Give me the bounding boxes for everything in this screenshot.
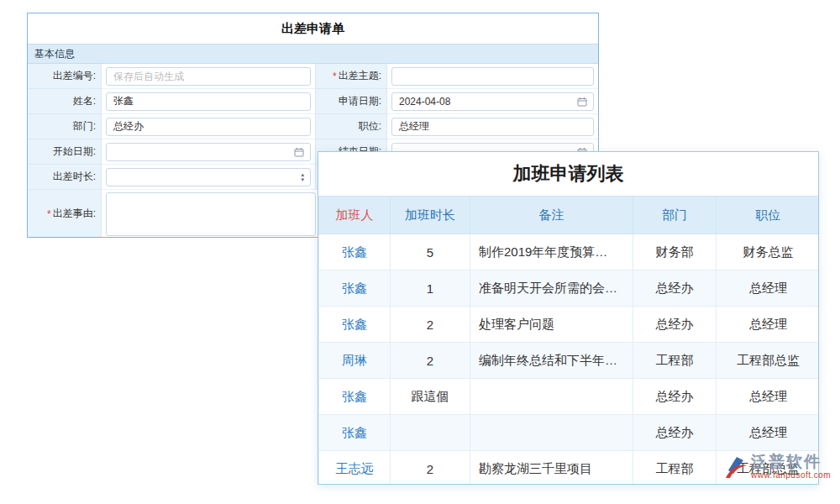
note-cell: 制作2019年年度预算… bbox=[470, 234, 633, 270]
name-label: 姓名: bbox=[28, 89, 102, 114]
vendor-watermark: 泛普软件 www.fanpusoft.com bbox=[724, 454, 831, 480]
department-cell: 工程部 bbox=[633, 343, 717, 379]
start-date-label-text: 开始日期: bbox=[53, 144, 96, 159]
column-header-department[interactable]: 部门 bbox=[633, 197, 717, 234]
form-row: 出差编号: * 出差主题: bbox=[28, 64, 598, 89]
dept-cell bbox=[102, 114, 316, 139]
table-row: 张鑫 5 制作2019年年度预算… 财务部 财务总监 bbox=[319, 234, 820, 270]
table-row: 张鑫 1 准备明天开会所需的会… 总经办 总经理 bbox=[319, 270, 820, 307]
subject-input[interactable] bbox=[391, 67, 594, 86]
apply-date-label-text: 申请日期: bbox=[339, 94, 381, 108]
duration-cell bbox=[391, 415, 470, 451]
position-label-text: 职位: bbox=[359, 119, 381, 134]
duration-cell: 2 bbox=[391, 451, 470, 486]
table-row: 张鑫 总经办 总经理 bbox=[319, 415, 820, 451]
overtime-list-panel: 加班申请列表 加班人 加班时长 备注 部门 职位 张鑫 5 制作2019年年度预… bbox=[318, 151, 819, 485]
position-cell: 总经理 bbox=[717, 307, 820, 343]
name-cell bbox=[102, 89, 316, 114]
section-header-basic-info: 基本信息 bbox=[28, 44, 598, 64]
table-header-row: 加班人 加班时长 备注 部门 职位 bbox=[319, 197, 820, 234]
subject-cell bbox=[387, 64, 598, 89]
department-cell: 工程部 bbox=[633, 451, 717, 486]
required-asterisk: * bbox=[47, 208, 51, 220]
required-asterisk: * bbox=[333, 71, 337, 82]
note-cell bbox=[470, 379, 633, 415]
fanpu-logo-icon bbox=[724, 454, 748, 480]
duration-input[interactable] bbox=[106, 168, 311, 186]
duration-cell: 跟這個 bbox=[391, 379, 470, 415]
form-title: 出差申请单 bbox=[28, 13, 598, 44]
table-row: 周琳 2 编制年终总结和下半年… 工程部 工程部总监 bbox=[319, 343, 820, 379]
person-link[interactable]: 张鑫 bbox=[319, 307, 391, 343]
dept-input[interactable] bbox=[106, 118, 311, 136]
column-header-position[interactable]: 职位 bbox=[717, 197, 820, 234]
note-cell bbox=[470, 415, 633, 451]
duration-label: 出差时长: bbox=[28, 165, 102, 190]
duration-cell: 2 bbox=[391, 343, 470, 379]
department-cell: 财务部 bbox=[633, 234, 717, 270]
start-date-input[interactable] bbox=[106, 143, 311, 161]
department-cell: 总经办 bbox=[633, 379, 717, 415]
trip-no-label-text: 出差编号: bbox=[53, 69, 96, 83]
person-link[interactable]: 周琳 bbox=[319, 343, 391, 379]
calendar-icon[interactable] bbox=[577, 97, 587, 107]
duration-cell: ▴ ▾ bbox=[102, 165, 316, 190]
duration-stepper[interactable]: ▴ ▾ bbox=[301, 172, 304, 182]
position-input[interactable] bbox=[391, 118, 594, 136]
department-cell: 总经办 bbox=[633, 307, 717, 343]
reason-textarea[interactable] bbox=[106, 192, 316, 236]
apply-date-cell bbox=[387, 89, 598, 114]
apply-date-input[interactable] bbox=[391, 92, 594, 111]
position-cell: 总经理 bbox=[717, 270, 820, 307]
overtime-list-title: 加班申请列表 bbox=[318, 152, 818, 196]
duration-cell: 2 bbox=[391, 307, 470, 343]
column-header-duration[interactable]: 加班时长 bbox=[391, 197, 470, 234]
start-date-cell bbox=[102, 139, 316, 165]
position-label: 职位: bbox=[316, 114, 387, 139]
trip-no-label: 出差编号: bbox=[28, 64, 102, 89]
watermark-text: 泛普软件 www.fanpusoft.com bbox=[751, 454, 831, 480]
name-input[interactable] bbox=[106, 92, 311, 111]
position-cell: 总经理 bbox=[717, 415, 820, 451]
subject-label: * 出差主题: bbox=[316, 64, 387, 89]
person-link[interactable]: 张鑫 bbox=[319, 415, 391, 451]
duration-cell: 1 bbox=[391, 270, 470, 307]
note-cell: 编制年终总结和下半年… bbox=[470, 343, 633, 379]
form-row: 部门: 职位: bbox=[28, 114, 598, 139]
note-cell: 准备明天开会所需的会… bbox=[470, 270, 633, 307]
column-header-person[interactable]: 加班人 bbox=[319, 197, 391, 234]
note-cell: 处理客户问题 bbox=[470, 307, 633, 343]
dept-label-text: 部门: bbox=[73, 119, 96, 134]
reason-label-text: 出差事由: bbox=[53, 207, 96, 221]
reason-label: * 出差事由: bbox=[28, 190, 102, 238]
calendar-icon[interactable] bbox=[294, 147, 304, 157]
position-cell bbox=[387, 114, 598, 139]
name-label-text: 姓名: bbox=[73, 94, 96, 108]
column-header-note[interactable]: 备注 bbox=[470, 197, 633, 234]
dept-label: 部门: bbox=[28, 114, 102, 139]
department-cell: 总经办 bbox=[633, 270, 717, 307]
person-link[interactable]: 王志远 bbox=[319, 451, 391, 486]
person-link[interactable]: 张鑫 bbox=[319, 234, 391, 270]
watermark-brand: 泛普软件 bbox=[751, 454, 831, 470]
form-row: 姓名: 申请日期: bbox=[28, 89, 598, 114]
trip-no-input[interactable] bbox=[106, 67, 311, 86]
watermark-url: www.fanpusoft.com bbox=[751, 470, 831, 480]
stepper-down-icon[interactable]: ▾ bbox=[301, 177, 304, 182]
overtime-table: 加班人 加班时长 备注 部门 职位 张鑫 5 制作2019年年度预算… 财务部 … bbox=[318, 196, 819, 485]
duration-label-text: 出差时长: bbox=[53, 170, 96, 184]
department-cell: 总经办 bbox=[633, 415, 717, 451]
apply-date-label: 申请日期: bbox=[316, 89, 387, 114]
position-cell: 工程部总监 bbox=[717, 343, 820, 379]
subject-label-text: 出差主题: bbox=[339, 69, 381, 83]
person-link[interactable]: 张鑫 bbox=[319, 379, 391, 415]
position-cell: 财务总监 bbox=[717, 234, 820, 270]
start-date-label: 开始日期: bbox=[28, 139, 102, 165]
note-cell: 勘察龙湖三千里项目 bbox=[470, 451, 633, 486]
person-link[interactable]: 张鑫 bbox=[319, 270, 391, 307]
duration-cell: 5 bbox=[391, 234, 470, 270]
position-cell: 总经理 bbox=[717, 379, 820, 415]
table-row: 张鑫 跟這個 总经办 总经理 bbox=[319, 379, 820, 415]
trip-no-cell bbox=[102, 64, 316, 89]
table-row: 张鑫 2 处理客户问题 总经办 总经理 bbox=[319, 307, 820, 343]
